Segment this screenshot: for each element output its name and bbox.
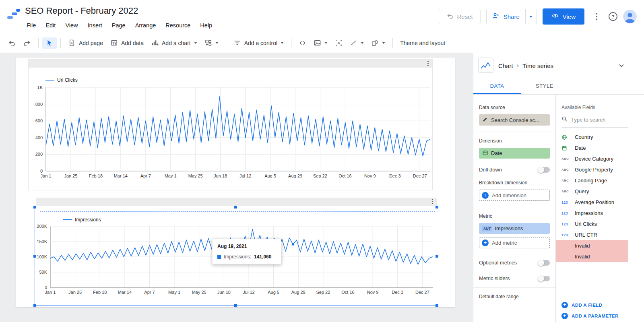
- number-icon: 123: [561, 200, 572, 204]
- add-data-button[interactable]: Add data: [107, 37, 147, 49]
- dimension-chip-date[interactable]: Date: [479, 148, 550, 159]
- drill-down-row: Drill down: [479, 167, 550, 173]
- toolbar: Add page Add data Add a chart Add a cont…: [0, 34, 644, 52]
- field-item-landing-page[interactable]: ABCLanding Page: [556, 175, 628, 186]
- metric-label: Metric: [479, 213, 550, 219]
- breadcrumb-time-series[interactable]: Time series: [522, 62, 553, 69]
- report-title[interactable]: SEO Report - February 2022: [25, 6, 138, 16]
- add-chart-button[interactable]: Add a chart: [147, 37, 201, 49]
- resize-handle[interactable]: [234, 206, 237, 208]
- search-input[interactable]: [571, 117, 619, 123]
- menu-page[interactable]: Page: [107, 20, 130, 31]
- toolbar-divider: [392, 38, 393, 48]
- metric-chip-impressions[interactable]: AUT Impressions: [479, 223, 550, 234]
- report-page[interactable]: Url Clicks Jan 1Jan 25Feb 18Mar 14Apr 7M…: [16, 58, 455, 307]
- pencil-icon[interactable]: [482, 117, 488, 124]
- data-studio-logo-icon[interactable]: [6, 7, 21, 22]
- dimension-label: Dimension: [479, 138, 550, 144]
- share-button[interactable]: Share: [487, 9, 525, 24]
- menu-resource[interactable]: Resource: [161, 20, 195, 31]
- optional-metrics-label: Optional metrics: [479, 260, 517, 266]
- resize-handle[interactable]: [436, 206, 438, 208]
- add-a-field-button[interactable]: + ADD A FIELD: [561, 299, 641, 310]
- reset-button[interactable]: Reset: [439, 9, 481, 24]
- add-a-parameter-label: ADD A PARAMETER: [572, 314, 619, 318]
- tab-style[interactable]: STYLE: [521, 78, 568, 94]
- add-metric-button[interactable]: + Add metric: [479, 237, 550, 248]
- chart-type-icon[interactable]: [478, 58, 493, 73]
- menu-help[interactable]: Help: [195, 20, 217, 31]
- field-label: Landing Page: [575, 178, 607, 184]
- chart-menu-button[interactable]: [427, 61, 429, 66]
- add-a-parameter-button[interactable]: + ADD A PARAMETER: [561, 310, 641, 321]
- globe-icon: [561, 134, 572, 140]
- app-header: SEO Report - February 2022 FileEditViewI…: [0, 0, 644, 34]
- breadcrumb: Chart › Time series: [498, 62, 553, 69]
- optional-metrics-toggle[interactable]: [538, 260, 550, 266]
- x-axis-tick: Nov 9: [367, 290, 379, 295]
- text-tool-button[interactable]: A: [331, 37, 346, 49]
- redo-button[interactable]: [19, 37, 35, 49]
- line-tool-button[interactable]: [346, 37, 367, 49]
- x-axis-tick: Jul 12: [239, 173, 251, 178]
- add-page-button[interactable]: Add page: [64, 37, 107, 49]
- view-button[interactable]: View: [543, 8, 584, 25]
- metric-sliders-toggle[interactable]: [538, 276, 550, 281]
- add-data-label: Add data: [121, 40, 144, 46]
- breakdown-dimension-label: Breakdown Dimension: [479, 180, 550, 186]
- report-canvas[interactable]: Url Clicks Jan 1Jan 25Feb 18Mar 14Apr 7M…: [0, 53, 473, 322]
- legend-label: Url Clicks: [57, 77, 78, 83]
- tab-data[interactable]: DATA: [473, 78, 521, 94]
- shape-tool-button[interactable]: [367, 37, 389, 49]
- add-community-visualization-button[interactable]: [201, 37, 222, 49]
- tooltip-label: Impressions:: [224, 254, 251, 260]
- field-item-query[interactable]: ABCQuery: [556, 186, 628, 197]
- embed-code-button[interactable]: [295, 37, 310, 49]
- time-series-chart-impressions[interactable]: Jan 1Jan 25Feb 18Mar 14Apr 7May 1May 25J…: [35, 226, 437, 305]
- collapse-panel-button[interactable]: [617, 62, 625, 71]
- resize-handle[interactable]: [33, 206, 36, 208]
- field-item-average-position[interactable]: 123Average Position: [556, 197, 628, 208]
- field-item-country[interactable]: Country: [556, 132, 628, 142]
- field-item-invalid[interactable]: Invalid: [556, 240, 628, 251]
- drill-down-toggle[interactable]: [538, 167, 550, 173]
- chart-menu-button[interactable]: [432, 199, 433, 204]
- field-item-url-ctr[interactable]: 123URL CTR: [556, 229, 628, 240]
- add-control-button[interactable]: Add a control: [230, 37, 288, 49]
- avatar[interactable]: [623, 10, 637, 23]
- select-tool-button[interactable]: [42, 37, 57, 49]
- share-dropdown-button[interactable]: [525, 9, 537, 24]
- field-item-date[interactable]: Date: [556, 142, 628, 153]
- menu-insert[interactable]: Insert: [83, 20, 107, 31]
- eye-icon: [551, 12, 559, 21]
- search-icon: [561, 116, 568, 124]
- breadcrumb-chart[interactable]: Chart: [498, 62, 513, 69]
- x-axis-tick: Jan 25: [68, 290, 82, 295]
- add-dimension-button[interactable]: + Add dimension: [479, 190, 550, 201]
- image-tool-button[interactable]: [310, 37, 331, 49]
- time-series-chart-url-clicks[interactable]: Jan 1Jan 25Feb 18Mar 14Apr 7May 1May 25J…: [29, 87, 431, 190]
- available-fields-title: Available Fields: [561, 105, 628, 110]
- field-item-url-clicks[interactable]: 123Url Clicks: [556, 219, 628, 229]
- undo-button[interactable]: [4, 37, 19, 49]
- data-source-chip[interactable]: Search Console sc...: [479, 114, 550, 126]
- field-item-device-category[interactable]: ABCDevice Category: [556, 153, 628, 164]
- menu-edit[interactable]: Edit: [41, 20, 60, 31]
- x-axis-tick: Aug 5: [268, 290, 279, 295]
- field-item-google-property[interactable]: ABCGoogle Property: [556, 164, 628, 175]
- menu-view[interactable]: View: [60, 20, 83, 31]
- dimension-chip-label: Date: [491, 150, 502, 156]
- chart-hover-bar: [29, 60, 432, 68]
- more-options-button[interactable]: [590, 9, 603, 24]
- field-item-invalid[interactable]: Invalid: [556, 251, 628, 262]
- menu-arrange[interactable]: Arrange: [130, 20, 161, 31]
- toolbar-divider: [60, 38, 61, 48]
- help-button[interactable]: ?: [609, 12, 617, 21]
- field-item-impressions[interactable]: 123Impressions: [556, 208, 628, 219]
- chart-card-url-clicks[interactable]: Url Clicks Jan 1Jan 25Feb 18Mar 14Apr 7M…: [28, 59, 433, 190]
- x-axis-tick: Mar 14: [118, 290, 132, 295]
- chart-card-impressions-selected[interactable]: Impressions Jan 1Jan 25Feb 18Mar 14Apr 7…: [35, 207, 437, 306]
- theme-layout-button[interactable]: Theme and layout: [396, 38, 449, 48]
- toolbar-divider: [291, 38, 291, 48]
- menu-file[interactable]: File: [22, 20, 41, 31]
